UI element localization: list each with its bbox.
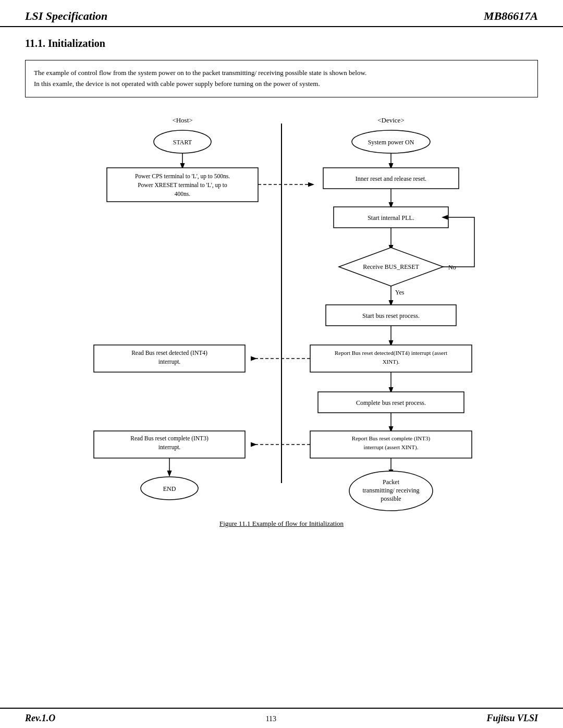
header-title-right: MB86617A <box>484 9 538 23</box>
no-label: No <box>448 264 456 271</box>
description-line1: The example of control flow from the sys… <box>34 68 529 79</box>
packet-line3: possible <box>381 495 401 502</box>
page-header: LSI Specification MB86617A <box>0 0 563 27</box>
system-power-label: System power ON <box>368 139 414 146</box>
footer-center: 113 <box>266 715 276 723</box>
receive-bus-label: Receive BUS_RESET <box>363 263 419 270</box>
start-label: START <box>173 139 192 146</box>
diagram-area: <Host> <Device> START Power CPS terminal… <box>25 108 538 538</box>
yes-label: Yes <box>395 289 405 296</box>
footer-left: Rev.1.O <box>25 713 55 724</box>
read-complete-line1: Read Bus reset complete (INT3) <box>130 435 209 442</box>
power-cps-line3: 400ns. <box>175 191 190 197</box>
description-line2: In this examle, the device is not operat… <box>34 79 529 90</box>
start-pll-label: Start internal PLL. <box>368 214 414 221</box>
footer-right: Fujitsu VLSI <box>486 713 538 724</box>
complete-bus-label: Complete bus reset process. <box>356 399 426 406</box>
diagram-caption: Figure 11.1 Example of flow for Initiali… <box>25 520 538 538</box>
section-title: 11.1. Initialization <box>0 27 563 55</box>
power-cps-line1: Power CPS terminal to 'L', up to 500ns. <box>135 173 230 180</box>
end-label: END <box>163 485 176 492</box>
inner-reset-label: Inner reset and release reset. <box>356 175 426 182</box>
packet-line2: transmitting/ receiving <box>363 487 420 494</box>
page-footer: Rev.1.O 113 Fujitsu VLSI <box>0 708 563 728</box>
read-detected-line2: interrupt. <box>158 359 181 365</box>
read-detected-line1: Read Bus reset detected (INT4) <box>131 350 207 356</box>
report-detected-line2: XINT). <box>383 359 400 365</box>
packet-line1: Packet <box>383 478 400 486</box>
device-label: <Device> <box>377 116 404 124</box>
report-detected-line1: Report Bus reset detected(INT4) interrup… <box>335 350 447 356</box>
read-complete-line2: interrupt. <box>158 444 181 451</box>
description-box: The example of control flow from the sys… <box>25 60 538 97</box>
report-complete-line2: interrupt (assert XINT). <box>364 444 419 451</box>
flowchart-svg: <Host> <Device> START Power CPS terminal… <box>26 108 537 514</box>
power-cps-line2: Power XRESET terminal to 'L', up to <box>138 182 227 189</box>
report-complete-line1: Report Bus reset complete (INT3) <box>352 435 431 442</box>
header-title-left: LSI Specification <box>25 9 107 23</box>
start-bus-reset-label: Start bus reset process. <box>362 312 420 319</box>
host-label: <Host> <box>172 116 192 124</box>
